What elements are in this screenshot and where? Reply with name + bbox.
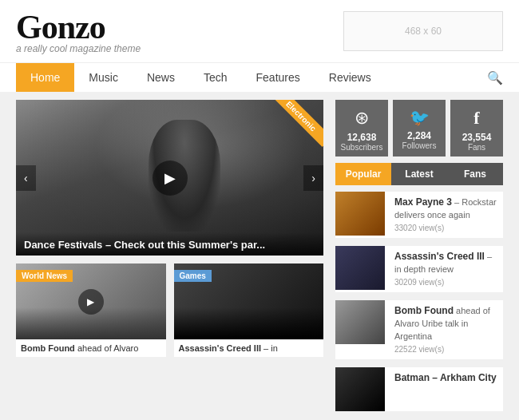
nav-news[interactable]: News [133,63,189,92]
social-rss[interactable]: ⊛ 12,638 Subscribers [335,100,388,157]
next-arrow[interactable]: › [303,165,323,191]
article-title-bomb: Bomb Found ahead of Alvaro Uribe talk in… [394,304,500,343]
facebook-count: 23,554 [462,132,492,143]
article-views-assassin: 30209 view(s) [394,277,500,288]
nav-reviews[interactable]: Reviews [315,63,386,92]
left-column: Electronic ▶ ‹ › Dance Festivals – Check… [16,100,323,419]
card-label-games: Games [174,270,212,282]
article-list: Max Payne 3 – Rockstar delivers once aga… [335,192,503,411]
article-thumb-maxpayne [335,192,385,236]
rss-icon: ⊛ [355,108,369,129]
card-title-news: Bomb Found [21,343,75,353]
article-info-batman: Batman – Arkham City [391,367,500,411]
card-desc-news: ahead of Alvaro [77,343,138,353]
card-title-games: Assassin's Creed III [179,343,262,353]
featured-image: Electronic ▶ ‹ › Dance Festivals – Check… [16,100,323,256]
article-item-batman[interactable]: Batman – Arkham City [335,367,503,411]
nav-tech[interactable]: Tech [189,63,242,92]
prev-arrow[interactable]: ‹ [16,165,36,191]
facebook-label: Fans [468,143,485,152]
rss-count: 12,638 [347,132,377,143]
twitter-label: Followers [402,141,437,150]
header: Gonzo a really cool magazine theme 468 x… [0,0,519,62]
facebook-icon: f [473,108,479,129]
article-tabs: Popular Latest Fans [335,163,503,185]
small-card-news[interactable]: ▶ World News Bomb Found ahead of Alvaro [16,263,166,357]
small-card-games[interactable]: Games Assassin's Creed III – in [174,263,324,357]
logo-wrap: Gonzo a really cool magazine theme [16,8,141,54]
tab-fans[interactable]: Fans [447,163,503,185]
social-facebook[interactable]: f 23,554 Fans [450,100,503,157]
twitter-icon: 🐦 [410,108,430,127]
main-content: Electronic ▶ ‹ › Dance Festivals – Check… [0,92,519,420]
play-button[interactable]: ▶ [153,160,188,196]
article-title-maxpayne: Max Payne 3 – Rockstar delivers once aga… [394,196,500,221]
article-thumb-bomb [335,300,385,344]
card-text-news: Bomb Found ahead of Alvaro [16,339,166,357]
tab-popular[interactable]: Popular [335,163,391,185]
card-label-news: World News [16,270,73,282]
featured-caption: Dance Festivals – Check out this Summer'… [16,232,323,256]
article-views-bomb: 22522 view(s) [394,344,500,355]
article-item-assassin[interactable]: Assassin's Creed III – in depth review 3… [335,246,503,292]
article-thumb-assassin [335,246,385,290]
article-title-batman: Batman – Arkham City [394,371,497,385]
ad-banner: 468 x 60 [343,11,503,51]
right-column: ⊛ 12,638 Subscribers 🐦 2,284 Followers f… [335,100,503,419]
small-cards: ▶ World News Bomb Found ahead of Alvaro … [16,263,323,357]
nav-music[interactable]: Music [74,63,133,92]
article-info-bomb: Bomb Found ahead of Alvaro Uribe talk in… [391,300,503,359]
site-tagline: a really cool magazine theme [16,43,141,54]
card-image-games: Games [174,263,324,339]
article-views-maxpayne: 33020 view(s) [394,223,500,234]
featured-article: Electronic ▶ ‹ › Dance Festivals – Check… [16,100,323,256]
rss-label: Subscribers [341,143,383,152]
card-text-games: Assassin's Creed III – in [174,339,324,357]
article-info-assassin: Assassin's Creed III – in depth review 3… [391,246,503,292]
social-twitter[interactable]: 🐦 2,284 Followers [393,100,446,157]
article-item-maxpayne[interactable]: Max Payne 3 – Rockstar delivers once aga… [335,192,503,238]
site-logo[interactable]: Gonzo [16,8,141,46]
card-play-button[interactable]: ▶ [78,289,104,315]
card-desc-games: – in [263,343,278,353]
search-icon[interactable]: 🔍 [487,70,503,85]
twitter-count: 2,284 [407,130,431,141]
article-item-bomb[interactable]: Bomb Found ahead of Alvaro Uribe talk in… [335,300,503,359]
main-nav: Home Music News Tech Features Reviews 🔍 [0,62,519,92]
nav-home[interactable]: Home [16,63,74,92]
nav-features[interactable]: Features [242,63,315,92]
card-image-news: ▶ World News [16,263,166,339]
article-thumb-batman [335,367,385,411]
tab-latest[interactable]: Latest [391,163,447,185]
social-bar: ⊛ 12,638 Subscribers 🐦 2,284 Followers f… [335,100,503,157]
article-title-assassin: Assassin's Creed III – in depth review [394,250,500,275]
article-info-maxpayne: Max Payne 3 – Rockstar delivers once aga… [391,192,503,238]
